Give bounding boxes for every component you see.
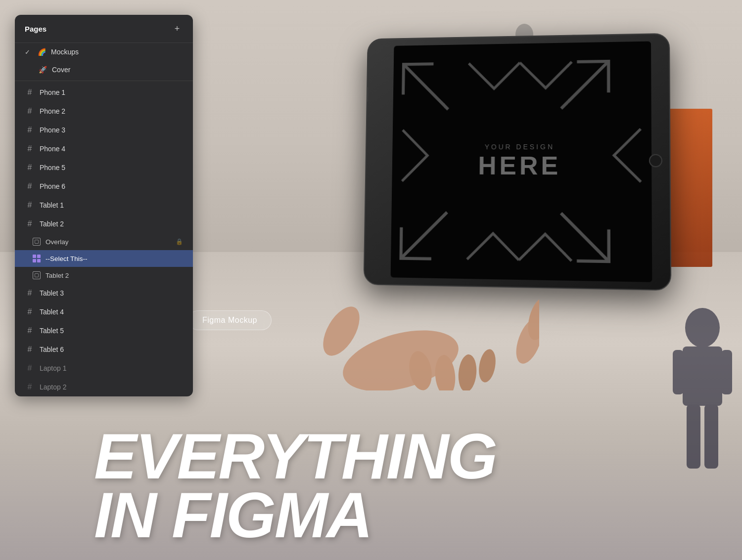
sidebar-header: Pages + xyxy=(15,15,193,43)
svg-line-16 xyxy=(561,61,609,109)
frame-label-tablet6: Tablet 6 xyxy=(40,345,64,353)
mockups-emoji: 🌈 xyxy=(38,48,46,56)
figma-badge: Figma Mockup xyxy=(188,310,272,330)
page-item-cover[interactable]: 🚀 Cover xyxy=(15,61,193,79)
frame-label-tablet4: Tablet 4 xyxy=(40,308,64,316)
frame-icon-phone1: # xyxy=(25,88,35,97)
frame-item-laptop2[interactable]: # Laptop 2 xyxy=(15,378,193,396)
check-icon: ✓ xyxy=(25,48,33,56)
frame-label-laptop2: Laptop 2 xyxy=(40,383,67,391)
frame-icon-tablet1: # xyxy=(25,201,35,210)
svg-line-15 xyxy=(403,64,449,110)
frame-icon-tablet3: # xyxy=(25,289,35,298)
frame-item-tablet6[interactable]: # Tablet 6 xyxy=(15,340,193,359)
screen-placeholder-text: YOUR DESIGN HERE xyxy=(478,143,561,178)
tablet-side-button xyxy=(366,87,368,101)
frame-label-tablet5: Tablet 5 xyxy=(40,327,64,335)
cover-label: Cover xyxy=(52,66,183,74)
frame-label-tablet1: Tablet 1 xyxy=(40,201,64,209)
layer-item-select-this[interactable]: --Select This-- xyxy=(15,250,193,267)
frame-icon-laptop1: # xyxy=(25,364,35,373)
svg-rect-11 xyxy=(673,350,684,394)
hero-text-line2: IN FIGMA xyxy=(94,486,732,545)
hero-text-container: EVERYTHING IN FIGMA xyxy=(94,427,732,555)
frame-icon-laptop2: # xyxy=(25,383,35,391)
frame-icon-tablet4: # xyxy=(25,307,35,316)
frame-icon-phone2: # xyxy=(25,107,35,116)
frame-icon-tablet6: # xyxy=(25,345,35,354)
frame-label-phone4: Phone 4 xyxy=(40,145,65,153)
lock-icon: 🔒 xyxy=(176,238,183,245)
frame-item-phone6[interactable]: # Phone 6 xyxy=(15,177,193,196)
frame-icon-tablet2: # xyxy=(25,219,35,228)
frame-icon-phone6: # xyxy=(25,182,35,191)
separator-1 xyxy=(15,81,193,81)
tablet2-img-label: Tablet 2 xyxy=(46,272,183,279)
svg-rect-12 xyxy=(721,350,732,394)
add-page-button[interactable]: + xyxy=(171,23,183,35)
tablet-home-button xyxy=(649,154,662,168)
hero-text-line1: EVERYTHING xyxy=(94,427,732,486)
frame-label-tablet3: Tablet 3 xyxy=(40,289,64,297)
frame-item-laptop1[interactable]: # Laptop 1 xyxy=(15,359,193,378)
frame-label-phone6: Phone 6 xyxy=(40,182,65,190)
svg-line-18 xyxy=(561,213,609,261)
layer-item-overlay[interactable]: Overlay 🔒 xyxy=(15,233,193,250)
frame-label-phone2: Phone 2 xyxy=(40,107,65,115)
frame-item-phone2[interactable]: # Phone 2 xyxy=(15,102,193,121)
cover-emoji: 🚀 xyxy=(39,66,47,74)
layer-item-tablet2-img[interactable]: Tablet 2 xyxy=(15,267,193,284)
image-layer-icon-tablet2 xyxy=(33,271,41,279)
component-icon-select xyxy=(33,255,41,262)
frame-label-phone5: Phone 5 xyxy=(40,164,65,172)
sidebar-panel: Pages + ✓ 🌈 Mockups 🚀 Cover # Phone 1 # … xyxy=(15,15,193,396)
frame-label-laptop1: Laptop 1 xyxy=(40,364,67,372)
frame-item-tablet2[interactable]: # Tablet 2 xyxy=(15,215,193,233)
mockups-label: Mockups xyxy=(51,48,183,56)
svg-point-23 xyxy=(457,354,478,390)
sidebar-title: Pages xyxy=(25,25,46,33)
svg-rect-10 xyxy=(683,346,722,406)
frame-label-phone1: Phone 1 xyxy=(40,88,65,96)
frame-label-tablet2: Tablet 2 xyxy=(40,220,64,228)
frame-icon-phone5: # xyxy=(25,163,35,172)
svg-point-24 xyxy=(476,348,498,384)
select-this-label: --Select This-- xyxy=(46,255,183,262)
frame-item-tablet5[interactable]: # Tablet 5 xyxy=(15,321,193,340)
frame-item-tablet4[interactable]: # Tablet 4 xyxy=(15,302,193,321)
frame-item-tablet3[interactable]: # Tablet 3 xyxy=(15,284,193,302)
figma-badge-label: Figma Mockup xyxy=(202,316,257,324)
tablet-device: YOUR DESIGN HERE xyxy=(331,25,702,341)
image-layer-icon-overlay xyxy=(33,238,41,246)
frame-item-phone5[interactable]: # Phone 5 xyxy=(15,158,193,177)
frame-item-phone1[interactable]: # Phone 1 xyxy=(15,83,193,102)
frame-icon-phone4: # xyxy=(25,144,35,153)
frame-label-phone3: Phone 3 xyxy=(40,126,65,134)
frame-icon-tablet5: # xyxy=(25,326,35,335)
page-item-mockups[interactable]: ✓ 🌈 Mockups xyxy=(15,43,193,61)
frame-icon-phone3: # xyxy=(25,126,35,134)
frame-item-phone3[interactable]: # Phone 3 xyxy=(15,121,193,139)
hand-svg xyxy=(292,203,539,390)
frame-item-phone4[interactable]: # Phone 4 xyxy=(15,139,193,158)
overlay-label: Overlay xyxy=(46,238,171,246)
frame-item-tablet1[interactable]: # Tablet 1 xyxy=(15,196,193,215)
